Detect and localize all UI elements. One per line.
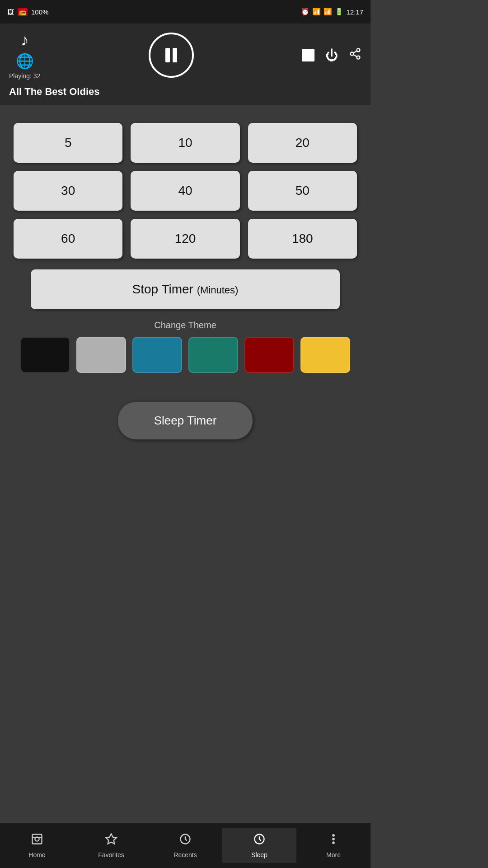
theme-teal-green[interactable]: [188, 337, 238, 373]
nav-recents-label: Recents: [174, 851, 197, 859]
svg-point-12: [333, 839, 334, 840]
timer-btn-60[interactable]: 60: [14, 219, 122, 259]
clock: 12:17: [346, 8, 363, 16]
main-content: 5 10 20 30 40 50 60 120 180 Stop Timer (…: [0, 105, 371, 448]
nav-more-label: More: [326, 851, 341, 859]
timer-btn-20[interactable]: 20: [248, 123, 357, 163]
timer-btn-5[interactable]: 5: [14, 123, 122, 163]
stop-timer-label: Stop Timer: [132, 282, 193, 296]
svg-rect-5: [33, 835, 42, 844]
power-icon[interactable]: ⏻: [325, 48, 338, 63]
theme-teal-blue[interactable]: [132, 337, 182, 373]
timer-btn-50[interactable]: 50: [248, 171, 357, 211]
share-icon[interactable]: [349, 47, 361, 63]
nav-home[interactable]: Home: [0, 828, 74, 863]
timer-btn-180[interactable]: 180: [248, 219, 357, 259]
svg-point-13: [333, 842, 334, 844]
app-icon: 📻: [18, 8, 28, 16]
stop-timer-button[interactable]: Stop Timer (Minutes): [31, 269, 340, 309]
more-icon: [327, 833, 340, 849]
wifi-icon: 📶: [312, 8, 321, 16]
nav-sleep-label: Sleep: [251, 851, 267, 859]
status-bar: 🖼 📻 100% ⏰ 📶 📶 🔋 12:17: [0, 0, 371, 24]
timer-btn-120[interactable]: 120: [131, 219, 239, 259]
pause-bar-right: [173, 48, 177, 62]
battery-percent: 100%: [31, 8, 48, 16]
svg-line-3: [353, 54, 357, 57]
svg-point-11: [333, 835, 334, 836]
music-note-icon[interactable]: ♪: [21, 31, 29, 50]
favorites-icon: [105, 833, 117, 849]
pause-bar-left: [165, 48, 170, 62]
recents-icon: [179, 833, 192, 849]
sleep-icon: [253, 833, 266, 849]
timer-btn-30[interactable]: 30: [14, 171, 122, 211]
nav-favorites[interactable]: Favorites: [74, 828, 148, 863]
timer-btn-10[interactable]: 10: [131, 123, 239, 163]
battery-icon: 🔋: [335, 8, 343, 16]
theme-yellow[interactable]: [300, 337, 350, 373]
sleep-timer-button[interactable]: Sleep Timer: [118, 402, 253, 439]
svg-line-4: [353, 51, 357, 53]
stop-timer-sublabel: (Minutes): [197, 284, 239, 296]
stop-button[interactable]: [302, 49, 314, 61]
sleep-timer-label: Sleep Timer: [154, 414, 217, 427]
bottom-nav: Home Favorites Recents Sleep: [0, 823, 371, 868]
theme-black[interactable]: [20, 337, 70, 373]
theme-section: Change Theme: [14, 320, 357, 373]
nav-more[interactable]: More: [296, 828, 371, 863]
home-icon: [31, 833, 43, 849]
theme-silver[interactable]: [76, 337, 126, 373]
nav-home-label: Home: [28, 851, 45, 859]
nav-recents[interactable]: Recents: [148, 828, 222, 863]
nav-sleep[interactable]: Sleep: [222, 828, 296, 863]
alarm-icon: ⏰: [301, 8, 310, 16]
svg-marker-8: [106, 834, 116, 844]
signal-icon: 📶: [324, 8, 332, 16]
timer-grid: 5 10 20 30 40 50 60 120 180: [14, 123, 357, 259]
header: ♪ 🌐 Playing: 32 ⏻ All The: [0, 24, 371, 105]
station-title: All The Best Oldies: [9, 86, 361, 98]
globe-icon[interactable]: 🌐: [16, 52, 34, 70]
theme-colors: [20, 337, 350, 373]
pause-button[interactable]: [149, 33, 194, 78]
playing-label: Playing: 32: [9, 72, 40, 80]
nav-favorites-label: Favorites: [98, 851, 124, 859]
photo-icon: 🖼: [7, 8, 14, 16]
theme-dark-red[interactable]: [244, 337, 294, 373]
timer-btn-40[interactable]: 40: [131, 171, 239, 211]
theme-label: Change Theme: [154, 320, 216, 330]
